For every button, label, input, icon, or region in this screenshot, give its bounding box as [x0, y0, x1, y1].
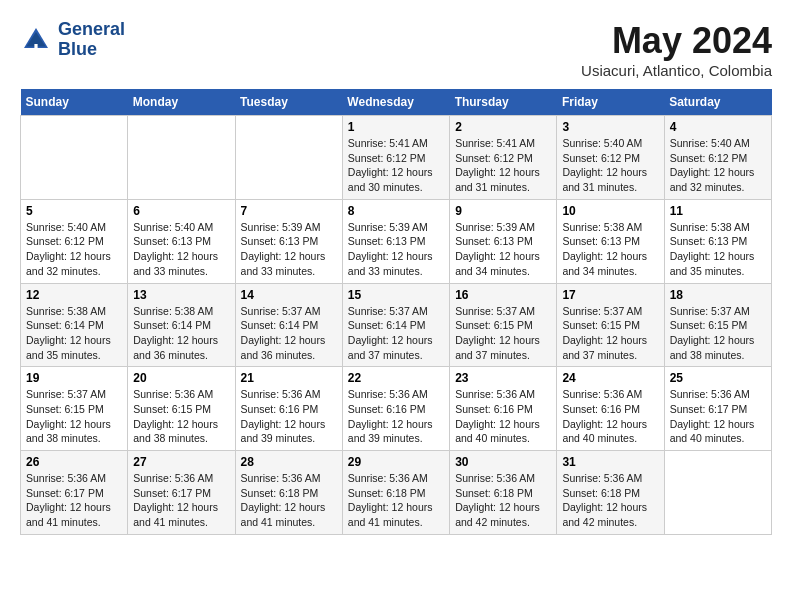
calendar-cell: 26Sunrise: 5:36 AM Sunset: 6:17 PM Dayli…	[21, 451, 128, 535]
calendar-cell: 14Sunrise: 5:37 AM Sunset: 6:14 PM Dayli…	[235, 283, 342, 367]
day-number: 2	[455, 120, 551, 134]
calendar-cell: 27Sunrise: 5:36 AM Sunset: 6:17 PM Dayli…	[128, 451, 235, 535]
calendar-cell	[21, 116, 128, 200]
cell-content: Sunrise: 5:38 AM Sunset: 6:14 PM Dayligh…	[133, 304, 229, 363]
cell-content: Sunrise: 5:36 AM Sunset: 6:16 PM Dayligh…	[562, 387, 658, 446]
cell-content: Sunrise: 5:37 AM Sunset: 6:14 PM Dayligh…	[241, 304, 337, 363]
calendar-cell: 1Sunrise: 5:41 AM Sunset: 6:12 PM Daylig…	[342, 116, 449, 200]
day-number: 8	[348, 204, 444, 218]
cell-content: Sunrise: 5:41 AM Sunset: 6:12 PM Dayligh…	[455, 136, 551, 195]
calendar-cell: 25Sunrise: 5:36 AM Sunset: 6:17 PM Dayli…	[664, 367, 771, 451]
day-number: 11	[670, 204, 766, 218]
calendar-header: SundayMondayTuesdayWednesdayThursdayFrid…	[21, 89, 772, 116]
calendar-cell	[235, 116, 342, 200]
day-number: 15	[348, 288, 444, 302]
svg-rect-2	[34, 44, 37, 50]
calendar-cell: 23Sunrise: 5:36 AM Sunset: 6:16 PM Dayli…	[450, 367, 557, 451]
day-number: 21	[241, 371, 337, 385]
header-cell-tuesday: Tuesday	[235, 89, 342, 116]
cell-content: Sunrise: 5:36 AM Sunset: 6:17 PM Dayligh…	[670, 387, 766, 446]
day-number: 12	[26, 288, 122, 302]
calendar-cell: 5Sunrise: 5:40 AM Sunset: 6:12 PM Daylig…	[21, 199, 128, 283]
day-number: 22	[348, 371, 444, 385]
day-number: 16	[455, 288, 551, 302]
cell-content: Sunrise: 5:36 AM Sunset: 6:16 PM Dayligh…	[455, 387, 551, 446]
day-number: 27	[133, 455, 229, 469]
calendar-cell: 6Sunrise: 5:40 AM Sunset: 6:13 PM Daylig…	[128, 199, 235, 283]
cell-content: Sunrise: 5:39 AM Sunset: 6:13 PM Dayligh…	[455, 220, 551, 279]
day-number: 1	[348, 120, 444, 134]
calendar-cell: 16Sunrise: 5:37 AM Sunset: 6:15 PM Dayli…	[450, 283, 557, 367]
week-row-1: 1Sunrise: 5:41 AM Sunset: 6:12 PM Daylig…	[21, 116, 772, 200]
calendar-cell	[664, 451, 771, 535]
calendar-body: 1Sunrise: 5:41 AM Sunset: 6:12 PM Daylig…	[21, 116, 772, 535]
day-number: 18	[670, 288, 766, 302]
day-number: 17	[562, 288, 658, 302]
day-number: 30	[455, 455, 551, 469]
day-number: 10	[562, 204, 658, 218]
calendar-cell: 24Sunrise: 5:36 AM Sunset: 6:16 PM Dayli…	[557, 367, 664, 451]
day-number: 13	[133, 288, 229, 302]
month-title: May 2024	[581, 20, 772, 62]
cell-content: Sunrise: 5:37 AM Sunset: 6:15 PM Dayligh…	[26, 387, 122, 446]
calendar-cell: 2Sunrise: 5:41 AM Sunset: 6:12 PM Daylig…	[450, 116, 557, 200]
calendar-cell: 15Sunrise: 5:37 AM Sunset: 6:14 PM Dayli…	[342, 283, 449, 367]
day-number: 25	[670, 371, 766, 385]
cell-content: Sunrise: 5:40 AM Sunset: 6:12 PM Dayligh…	[26, 220, 122, 279]
week-row-4: 19Sunrise: 5:37 AM Sunset: 6:15 PM Dayli…	[21, 367, 772, 451]
calendar-table: SundayMondayTuesdayWednesdayThursdayFrid…	[20, 89, 772, 535]
calendar-cell: 28Sunrise: 5:36 AM Sunset: 6:18 PM Dayli…	[235, 451, 342, 535]
day-number: 9	[455, 204, 551, 218]
cell-content: Sunrise: 5:40 AM Sunset: 6:13 PM Dayligh…	[133, 220, 229, 279]
cell-content: Sunrise: 5:38 AM Sunset: 6:13 PM Dayligh…	[562, 220, 658, 279]
cell-content: Sunrise: 5:36 AM Sunset: 6:18 PM Dayligh…	[562, 471, 658, 530]
cell-content: Sunrise: 5:36 AM Sunset: 6:18 PM Dayligh…	[241, 471, 337, 530]
header-row: SundayMondayTuesdayWednesdayThursdayFrid…	[21, 89, 772, 116]
header-cell-saturday: Saturday	[664, 89, 771, 116]
cell-content: Sunrise: 5:36 AM Sunset: 6:15 PM Dayligh…	[133, 387, 229, 446]
cell-content: Sunrise: 5:36 AM Sunset: 6:16 PM Dayligh…	[348, 387, 444, 446]
calendar-cell: 31Sunrise: 5:36 AM Sunset: 6:18 PM Dayli…	[557, 451, 664, 535]
day-number: 6	[133, 204, 229, 218]
cell-content: Sunrise: 5:37 AM Sunset: 6:15 PM Dayligh…	[670, 304, 766, 363]
calendar-cell	[128, 116, 235, 200]
calendar-cell: 7Sunrise: 5:39 AM Sunset: 6:13 PM Daylig…	[235, 199, 342, 283]
cell-content: Sunrise: 5:36 AM Sunset: 6:18 PM Dayligh…	[455, 471, 551, 530]
calendar-cell: 8Sunrise: 5:39 AM Sunset: 6:13 PM Daylig…	[342, 199, 449, 283]
week-row-5: 26Sunrise: 5:36 AM Sunset: 6:17 PM Dayli…	[21, 451, 772, 535]
day-number: 5	[26, 204, 122, 218]
day-number: 20	[133, 371, 229, 385]
cell-content: Sunrise: 5:36 AM Sunset: 6:18 PM Dayligh…	[348, 471, 444, 530]
day-number: 24	[562, 371, 658, 385]
week-row-3: 12Sunrise: 5:38 AM Sunset: 6:14 PM Dayli…	[21, 283, 772, 367]
day-number: 7	[241, 204, 337, 218]
cell-content: Sunrise: 5:39 AM Sunset: 6:13 PM Dayligh…	[348, 220, 444, 279]
cell-content: Sunrise: 5:38 AM Sunset: 6:14 PM Dayligh…	[26, 304, 122, 363]
calendar-cell: 9Sunrise: 5:39 AM Sunset: 6:13 PM Daylig…	[450, 199, 557, 283]
calendar-cell: 13Sunrise: 5:38 AM Sunset: 6:14 PM Dayli…	[128, 283, 235, 367]
page-header: General Blue May 2024 Usiacuri, Atlantic…	[20, 20, 772, 79]
day-number: 28	[241, 455, 337, 469]
calendar-cell: 17Sunrise: 5:37 AM Sunset: 6:15 PM Dayli…	[557, 283, 664, 367]
calendar-cell: 11Sunrise: 5:38 AM Sunset: 6:13 PM Dayli…	[664, 199, 771, 283]
cell-content: Sunrise: 5:36 AM Sunset: 6:16 PM Dayligh…	[241, 387, 337, 446]
cell-content: Sunrise: 5:40 AM Sunset: 6:12 PM Dayligh…	[670, 136, 766, 195]
day-number: 14	[241, 288, 337, 302]
day-number: 31	[562, 455, 658, 469]
header-cell-monday: Monday	[128, 89, 235, 116]
day-number: 19	[26, 371, 122, 385]
cell-content: Sunrise: 5:40 AM Sunset: 6:12 PM Dayligh…	[562, 136, 658, 195]
day-number: 4	[670, 120, 766, 134]
header-cell-friday: Friday	[557, 89, 664, 116]
cell-content: Sunrise: 5:37 AM Sunset: 6:14 PM Dayligh…	[348, 304, 444, 363]
calendar-cell: 21Sunrise: 5:36 AM Sunset: 6:16 PM Dayli…	[235, 367, 342, 451]
calendar-cell: 30Sunrise: 5:36 AM Sunset: 6:18 PM Dayli…	[450, 451, 557, 535]
cell-content: Sunrise: 5:41 AM Sunset: 6:12 PM Dayligh…	[348, 136, 444, 195]
calendar-cell: 22Sunrise: 5:36 AM Sunset: 6:16 PM Dayli…	[342, 367, 449, 451]
day-number: 26	[26, 455, 122, 469]
header-cell-sunday: Sunday	[21, 89, 128, 116]
calendar-cell: 20Sunrise: 5:36 AM Sunset: 6:15 PM Dayli…	[128, 367, 235, 451]
day-number: 23	[455, 371, 551, 385]
calendar-cell: 3Sunrise: 5:40 AM Sunset: 6:12 PM Daylig…	[557, 116, 664, 200]
logo-icon	[20, 24, 52, 56]
